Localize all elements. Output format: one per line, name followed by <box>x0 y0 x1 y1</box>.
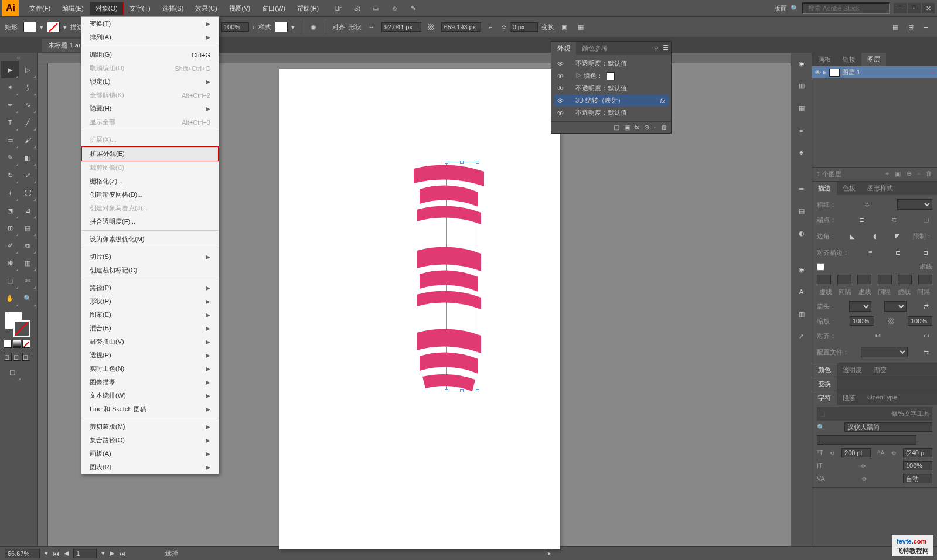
align-outside[interactable]: ⊐ <box>919 246 932 259</box>
menu-item-a[interactable]: 排列(A)▶ <box>81 30 219 44</box>
layer-name[interactable]: 图层 1 <box>842 68 860 77</box>
gap1[interactable] <box>837 275 851 284</box>
menu-help[interactable]: 帮助(H) <box>291 2 325 15</box>
zoom-tool[interactable]: 🔍 <box>19 289 36 307</box>
visibility-icon[interactable]: 👁 <box>557 110 564 117</box>
appearance-row[interactable]: 👁不透明度：默认值 <box>554 82 669 94</box>
last-artboard-icon[interactable]: ⏭ <box>119 550 125 557</box>
menu-type[interactable]: 文字(T) <box>124 2 156 15</box>
window-close[interactable]: ✕ <box>922 3 935 13</box>
menu-item-[interactable]: 图像描摹▶ <box>81 375 219 389</box>
menu-item-f[interactable]: 拼合透明度(F)... <box>81 215 219 228</box>
swap-arrows[interactable]: ⇄ <box>919 300 932 313</box>
color-guide-icon[interactable]: ▥ <box>795 78 809 93</box>
touch-type-icon[interactable]: ⬚ <box>819 410 825 418</box>
tab-stroke[interactable]: 描边 <box>812 182 837 195</box>
opacity-input[interactable] <box>221 22 249 32</box>
menu-item-e[interactable]: 图案(E)▶ <box>81 308 219 322</box>
stroke-swatch[interactable] <box>47 22 60 32</box>
paintbrush-tool[interactable]: 🖌 <box>19 131 36 149</box>
draw-behind[interactable]: ◻ <box>13 353 21 361</box>
artboard-nav-input[interactable] <box>73 549 97 558</box>
gradient-tool[interactable]: ▤ <box>19 219 36 237</box>
rotate-tool[interactable]: ↻ <box>1 166 19 184</box>
color-mode[interactable] <box>4 340 12 348</box>
menu-select[interactable]: 选择(S) <box>156 2 190 15</box>
add-stroke-icon[interactable]: ▢ <box>614 124 619 131</box>
join-round[interactable]: ◖ <box>868 230 881 243</box>
stroke-icon[interactable]: ═ <box>795 182 809 196</box>
tab-gradient2[interactable]: 渐变 <box>868 363 892 377</box>
gap2[interactable] <box>878 275 892 284</box>
draw-inside[interactable]: ◻ <box>22 353 30 361</box>
search-stock-input[interactable] <box>802 2 890 14</box>
window-maximize[interactable]: ▫ <box>908 3 921 13</box>
arrow-end[interactable] <box>884 301 907 312</box>
tab-artboards[interactable]: 画板 <box>812 53 837 66</box>
align-label[interactable]: 对齐 <box>332 23 345 32</box>
brushes-icon[interactable]: ≡ <box>795 123 809 137</box>
profile-select[interactable] <box>861 347 908 357</box>
menu-item-m[interactable]: 剪切蒙版(M)▶ <box>81 420 219 433</box>
menu-item-r[interactable]: 图表(R)▶ <box>81 460 219 474</box>
swatches-icon[interactable]: ▦ <box>795 101 809 115</box>
menu-item-s[interactable]: 切片(S)▶ <box>81 250 219 264</box>
align-center[interactable]: ≡ <box>864 246 877 259</box>
gradient-icon2[interactable]: ▤ <box>795 204 809 218</box>
new-layer-icon[interactable]: ▫ <box>918 170 920 179</box>
symbol-sprayer-tool[interactable]: ❋ <box>1 254 19 272</box>
first-artboard-icon[interactable]: ⏮ <box>53 550 59 557</box>
transform-label[interactable]: 变换 <box>541 23 554 32</box>
pen-tool[interactable]: ✒ <box>1 96 19 114</box>
cap-round[interactable]: ⊂ <box>887 213 900 226</box>
magic-wand-tool[interactable]: ✴ <box>1 78 19 96</box>
menu-item-l[interactable]: 锁定(L)▶ <box>81 75 219 88</box>
touch-type-label[interactable]: 修饰文字工具 <box>891 409 930 418</box>
appearance-row[interactable]: 👁不透明度：默认值 <box>554 57 669 70</box>
menu-item-p[interactable]: 透视(P)▶ <box>81 349 219 362</box>
tab-paragraph[interactable]: 段落 <box>837 391 861 405</box>
visibility-icon[interactable]: 👁 <box>557 85 564 92</box>
menu-file[interactable]: 文件(F) <box>23 2 56 15</box>
add-effect-icon[interactable]: fx <box>635 124 640 131</box>
corner-input[interactable] <box>510 22 538 32</box>
tab-opentype[interactable]: OpenType <box>861 391 903 405</box>
shape2-label[interactable]: 形状 <box>349 23 362 32</box>
next-artboard-icon[interactable]: ▶ <box>110 549 114 557</box>
curvature-tool[interactable]: ∿ <box>19 96 36 114</box>
column-graph-tool[interactable]: ▥ <box>19 254 36 272</box>
edit-icon[interactable]: ▦ <box>574 21 587 33</box>
kerning-input[interactable] <box>903 474 932 483</box>
new-sublayer-icon[interactable]: ⊕ <box>907 170 912 179</box>
scale-tool[interactable]: ⤢ <box>19 166 36 184</box>
tab-appearance[interactable]: 外观 <box>551 42 576 55</box>
menu-item-w[interactable]: 文本绕排(W)▶ <box>81 389 219 402</box>
join-miter[interactable]: ◣ <box>846 230 858 243</box>
join-bevel[interactable]: ◤ <box>891 230 904 243</box>
type-tool[interactable]: T <box>1 114 19 131</box>
menu-item-g[interactable]: 编组(G)Ctrl+G <box>81 48 219 62</box>
menu-view[interactable]: 视图(V) <box>223 2 257 15</box>
scale2[interactable] <box>908 316 932 326</box>
align-inside[interactable]: ⊏ <box>892 246 905 259</box>
rectangle-tool[interactable]: ▭ <box>1 131 19 149</box>
lasso-tool[interactable]: ⟆ <box>19 78 36 96</box>
graphic-styles-icon[interactable]: A <box>795 285 809 299</box>
gap3[interactable] <box>918 275 932 284</box>
hand-tool[interactable]: ✋ <box>1 289 19 307</box>
slice-tool[interactable]: ✄ <box>19 272 36 289</box>
menu-item-d[interactable]: 创建渐变网格(D)... <box>81 188 219 202</box>
x-input[interactable] <box>381 22 421 32</box>
width-tool[interactable]: ⫞ <box>1 184 19 202</box>
make-clipping-icon[interactable]: ▣ <box>895 170 901 179</box>
perspective-tool[interactable]: ⊿ <box>19 202 36 219</box>
zoom-input[interactable] <box>5 549 40 558</box>
panel-menu-icon[interactable]: ☰ <box>660 42 671 55</box>
selection-tool[interactable]: ▶ <box>1 61 19 78</box>
snap-icon[interactable]: ⊞ <box>904 21 917 33</box>
flip-icon[interactable]: ⇋ <box>919 346 932 358</box>
symbols-icon[interactable]: ♣ <box>795 145 809 159</box>
visibility-icon[interactable]: 👁 <box>557 60 564 67</box>
menu-effect[interactable]: 效果(C) <box>189 2 223 15</box>
window-minimize[interactable]: — <box>894 3 907 13</box>
